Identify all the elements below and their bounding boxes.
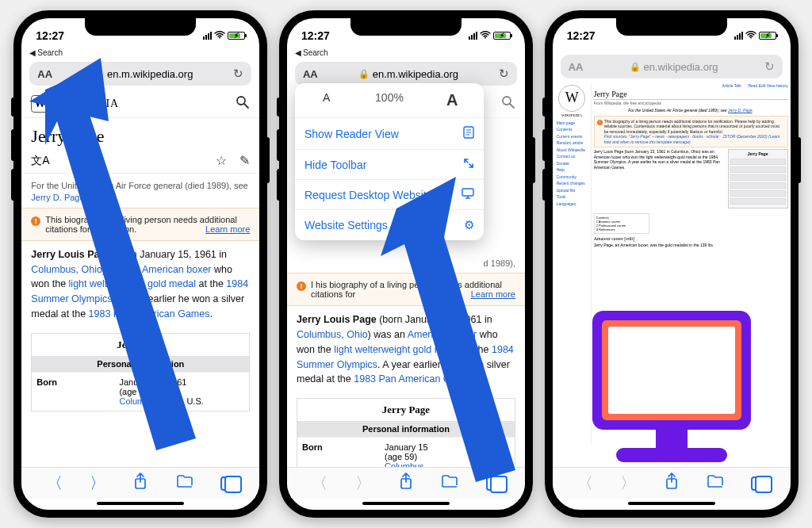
- edit-icon[interactable]: ✎: [239, 153, 250, 168]
- wp-sidebar: W WIKIPEDIA Main pageContentsCurrent eve…: [555, 83, 592, 445]
- svg-point-0: [219, 37, 220, 39]
- wp-sidebar-link[interactable]: Main page: [555, 121, 589, 126]
- link-medal[interactable]: light welterweight gold medal: [69, 278, 197, 289]
- article-title: Jerry Page: [21, 118, 259, 150]
- wp-sidebar-link[interactable]: Tools: [555, 194, 589, 200]
- article-lead: Jerry Louis Page (born January 15, 1961 …: [594, 149, 726, 209]
- wikipedia-globe-icon[interactable]: W: [558, 85, 585, 112]
- warning-icon: !: [597, 120, 603, 125]
- infobox-val-born: January 15, 1961 (age 59) Columbus, Ohio…: [114, 373, 249, 411]
- learn-more-link[interactable]: Learn more: [471, 289, 515, 299]
- site-name: WIKIPEDIA: [53, 98, 119, 110]
- svg-point-18: [750, 37, 752, 39]
- hatnote-link[interactable]: Jerry D. Page: [728, 108, 753, 113]
- infobox-section-header: Personal information: [32, 356, 249, 372]
- infobox-key-born: Born: [32, 373, 114, 411]
- text-smaller-button[interactable]: A: [295, 83, 358, 117]
- hatnote: d 1989),: [287, 258, 525, 273]
- wikipedia-logo-icon[interactable]: W: [31, 95, 48, 113]
- infobox-title: Jerry Page: [32, 334, 249, 356]
- phone-step-1: 12:27 ⚡︎ ◀ Search AA 🔒 en.m.wikipedia.or…: [13, 10, 267, 518]
- menu-hide-toolbar[interactable]: Hide Toolbar: [295, 150, 484, 180]
- infobox: Jerry Page Personal information Born Jan…: [297, 398, 515, 476]
- battery-icon: ⚡︎: [493, 32, 511, 40]
- menu-request-desktop-website[interactable]: Request Desktop Website: [295, 180, 484, 210]
- wp-sidebar-link[interactable]: Random article: [555, 140, 589, 146]
- tabs-icon[interactable]: [486, 476, 500, 491]
- link-birthplace[interactable]: Columbus, Ohio: [119, 396, 182, 406]
- expand-icon: [463, 158, 474, 171]
- home-indicator: [362, 502, 450, 505]
- wp-sidebar-link[interactable]: Contact us: [555, 154, 589, 159]
- safari-toolbar: 〈 〉: [21, 467, 259, 499]
- wp-sidebar-link[interactable]: Upload file: [555, 188, 589, 193]
- page-settings-button[interactable]: AA: [569, 61, 584, 73]
- forward-icon[interactable]: 〉: [90, 473, 105, 494]
- wp-sidebar-link[interactable]: About Wikipedia: [555, 147, 589, 153]
- page-settings-button[interactable]: AA: [37, 68, 52, 80]
- wifi-icon: [745, 30, 756, 41]
- lock-icon: 🔒: [93, 69, 104, 79]
- svg-point-6: [485, 37, 486, 39]
- wp-sidebar-link[interactable]: Community: [555, 174, 589, 180]
- reload-icon[interactable]: ↻: [764, 59, 775, 74]
- bookmarks-icon[interactable]: [441, 474, 458, 492]
- share-icon[interactable]: [664, 473, 680, 494]
- wp-sidebar-link[interactable]: Recent changes: [555, 181, 589, 186]
- signal-icon: [734, 32, 743, 40]
- hatnote: For the United States Air Force general …: [594, 108, 788, 113]
- tabs-icon[interactable]: [220, 476, 235, 491]
- learn-more-link[interactable]: Learn more: [205, 224, 250, 234]
- desktop-icon: [462, 188, 474, 201]
- search-icon[interactable]: [236, 95, 250, 113]
- share-icon[interactable]: [398, 473, 414, 494]
- citation-notice: ! This biography of a living person need…: [594, 116, 788, 148]
- battery-icon: ⚡︎: [228, 32, 245, 40]
- tabs-icon[interactable]: [751, 476, 765, 491]
- reload-icon[interactable]: ↻: [233, 67, 243, 81]
- page-settings-button[interactable]: AA: [303, 68, 318, 80]
- link-city[interactable]: Columbus, Ohio: [31, 264, 102, 275]
- phone-step-2: 12:27 ⚡︎ ◀ Search AA 🔒en.m.wikipedia.org…: [279, 10, 533, 518]
- back-to-search[interactable]: ◀ Search: [21, 48, 259, 59]
- url-text[interactable]: en.m.wikipedia.org: [373, 68, 458, 80]
- url-text[interactable]: en.m.wikipedia.org: [107, 68, 193, 80]
- citation-notice: ! I his biography of a living person nee…: [287, 273, 525, 306]
- wp-sidebar-link[interactable]: Current events: [555, 134, 589, 140]
- text-larger-button[interactable]: A: [421, 83, 484, 117]
- reload-icon[interactable]: ↻: [499, 67, 509, 81]
- link-panam[interactable]: 1983 Pan American Games: [89, 308, 210, 319]
- back-icon[interactable]: 〈: [47, 473, 63, 494]
- section-header: Amateur career [edit]: [594, 236, 788, 243]
- hatnote: For the United States Air Force general …: [21, 174, 259, 208]
- back-icon[interactable]: 〈: [577, 473, 593, 494]
- link-boxer[interactable]: American boxer: [142, 264, 212, 275]
- search-icon[interactable]: [501, 95, 515, 113]
- text-size-row: A 100% A: [295, 83, 484, 118]
- url-text[interactable]: en.wikipedia.org: [644, 61, 718, 73]
- share-icon[interactable]: [132, 473, 148, 494]
- lock-icon: 🔒: [358, 69, 370, 79]
- star-icon[interactable]: ☆: [216, 153, 227, 168]
- bookmarks-icon[interactable]: [176, 474, 193, 492]
- menu-show-reader-view[interactable]: Show Reader View: [295, 118, 484, 150]
- wp-sidebar-link[interactable]: Languages: [555, 201, 589, 207]
- back-icon: 〈: [312, 473, 327, 494]
- back-to-search[interactable]: ◀ Search: [287, 48, 525, 59]
- address-bar: AA 🔒en.m.wikipedia.org ↻: [295, 62, 517, 86]
- wp-sidebar-link[interactable]: Help: [555, 167, 589, 173]
- bookmarks-icon[interactable]: [707, 474, 724, 492]
- article-lead: Jerry Louis Page (born January 15, 1961 …: [21, 241, 259, 328]
- forward-icon: 〉: [355, 473, 371, 494]
- warning-icon: !: [31, 216, 40, 226]
- language-icon[interactable]: 文A: [31, 154, 49, 168]
- svg-rect-13: [462, 189, 473, 196]
- home-indicator: [97, 502, 184, 505]
- safari-toolbar: 〈 〉: [553, 467, 791, 499]
- menu-website-settings[interactable]: Website Settings ⚙︎: [295, 210, 484, 240]
- wp-sidebar-link[interactable]: Donate: [555, 161, 589, 166]
- svg-line-8: [510, 104, 514, 108]
- wp-sidebar-link[interactable]: Contents: [555, 127, 589, 132]
- svg-rect-24: [616, 448, 727, 462]
- hatnote-link[interactable]: Jerry D. Page: [31, 193, 84, 202]
